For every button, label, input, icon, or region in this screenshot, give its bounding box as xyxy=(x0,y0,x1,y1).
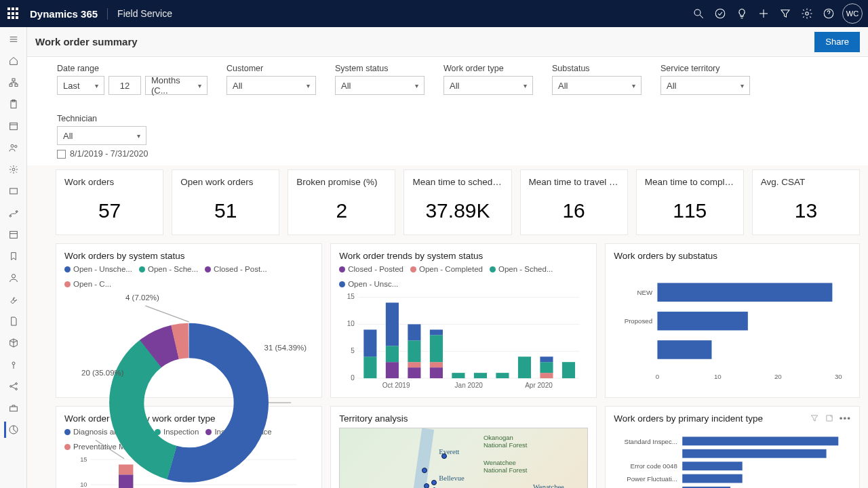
nav-route-icon[interactable] xyxy=(5,205,22,221)
filter-technician-dropdown[interactable]: All▾ xyxy=(57,126,146,145)
share-button[interactable]: Share xyxy=(814,32,860,52)
svg-rect-30 xyxy=(9,407,17,411)
kpi-card[interactable]: Open work orders51 xyxy=(172,169,279,235)
nav-gear-icon[interactable] xyxy=(5,161,22,178)
svg-point-25 xyxy=(12,274,15,278)
funnel-icon[interactable] xyxy=(774,0,796,27)
nav-sitemap-icon[interactable] xyxy=(5,75,22,91)
help-icon[interactable] xyxy=(818,0,840,27)
svg-text:Jan 2020: Jan 2020 xyxy=(455,382,484,389)
card-title: Work order trends by system status xyxy=(339,251,483,261)
kpi-card[interactable]: Mean time to travel (h...16 xyxy=(520,169,628,235)
svg-text:20: 20 xyxy=(774,373,782,380)
gear-icon[interactable] xyxy=(796,0,818,27)
left-nav xyxy=(0,27,27,488)
nav-clipboard-icon[interactable] xyxy=(5,96,22,113)
card-trends-by-status[interactable]: Work order trends by system status Close… xyxy=(330,243,597,398)
stacked-bar-chart: 051015Oct 2019Jan 2020Apr 2020 xyxy=(339,291,588,394)
nav-calendar-icon[interactable] xyxy=(5,118,22,134)
nav-bookmark-icon[interactable] xyxy=(5,248,22,264)
page-title: Work order summary xyxy=(35,36,138,47)
svg-rect-51 xyxy=(386,303,399,346)
daterange-unit-dropdown[interactable]: Months (C...▾ xyxy=(145,76,208,95)
svg-rect-71 xyxy=(658,283,833,302)
svg-point-18 xyxy=(14,145,16,147)
nav-toolbox-icon[interactable] xyxy=(5,400,22,416)
card-work-orders-by-incident[interactable]: Work orders by primary incident type •••… xyxy=(605,406,860,488)
svg-rect-59 xyxy=(430,329,443,335)
kpi-card[interactable]: Mean time to complet...115 xyxy=(636,169,744,235)
kpi-card[interactable]: Avg. CSAT13 xyxy=(752,169,860,235)
svg-rect-20 xyxy=(9,188,17,194)
svg-rect-12 xyxy=(15,84,18,86)
card-work-orders-by-status[interactable]: Work orders by system status Open - Unsc… xyxy=(56,243,322,398)
svg-rect-107 xyxy=(683,436,839,445)
card-title: Work orders by system status xyxy=(64,251,185,261)
nav-share-icon[interactable] xyxy=(5,378,22,394)
plus-icon[interactable] xyxy=(753,0,774,27)
svg-rect-15 xyxy=(9,123,17,129)
more-icon[interactable]: ••• xyxy=(840,413,851,424)
app-launcher-icon[interactable] xyxy=(5,5,22,22)
svg-rect-55 xyxy=(408,324,420,340)
svg-rect-75 xyxy=(658,340,712,359)
nav-people-icon[interactable] xyxy=(5,140,22,156)
svg-rect-11 xyxy=(9,84,12,86)
svg-text:30: 30 xyxy=(835,373,842,380)
nav-pin-icon[interactable] xyxy=(5,357,22,373)
nav-cube-icon[interactable] xyxy=(5,335,22,351)
svg-rect-57 xyxy=(430,362,443,367)
card-work-orders-by-substatus[interactable]: Work orders by substatus NEWProposed0102… xyxy=(605,243,860,398)
filter-label-customer: Customer xyxy=(226,64,316,73)
task-checkmark-icon[interactable] xyxy=(709,0,731,27)
filter-customer-dropdown[interactable]: All▾ xyxy=(226,76,316,95)
svg-rect-56 xyxy=(430,367,443,378)
svg-rect-110 xyxy=(683,462,743,470)
nav-wrench-icon[interactable] xyxy=(5,291,22,308)
svg-point-5 xyxy=(806,12,809,16)
nav-calendar2-icon[interactable] xyxy=(5,226,22,243)
nav-analytics-icon[interactable] xyxy=(4,422,20,438)
chart-legend: Open - Unsche... Open - Sche... Closed -… xyxy=(64,265,313,288)
daterange-value-input[interactable]: 12 xyxy=(108,76,141,95)
svg-text:10: 10 xyxy=(347,320,355,327)
svg-line-1 xyxy=(700,15,703,18)
funnel-icon[interactable] xyxy=(810,413,819,423)
svg-rect-58 xyxy=(430,335,443,362)
nav-person-icon[interactable] xyxy=(5,270,22,286)
kpi-card[interactable]: Broken promise (%)2 xyxy=(288,169,395,235)
filter-service-territory-dropdown[interactable]: All▾ xyxy=(660,76,750,95)
nav-box-icon[interactable] xyxy=(5,183,22,199)
nav-home-icon[interactable] xyxy=(5,53,22,69)
svg-point-29 xyxy=(15,388,17,390)
svg-rect-67 xyxy=(562,362,575,378)
svg-text:Oct 2019: Oct 2019 xyxy=(382,382,410,389)
svg-rect-49 xyxy=(386,362,399,378)
date-range-display: 8/1/2019 - 7/31/2020 xyxy=(27,148,868,165)
svg-rect-52 xyxy=(408,367,420,378)
card-title: Work orders by substatus xyxy=(614,251,717,261)
focus-icon[interactable] xyxy=(825,413,834,423)
kpi-card[interactable]: Mean time to schedul...37.89K xyxy=(403,169,511,235)
svg-point-26 xyxy=(12,362,15,365)
nav-document-icon[interactable] xyxy=(5,313,22,329)
svg-rect-60 xyxy=(452,373,465,378)
svg-rect-53 xyxy=(408,362,420,367)
kpi-card[interactable]: Work orders57 xyxy=(56,169,163,235)
filter-bar: Date range Last▾ 12 Months (C...▾ Custom… xyxy=(27,57,868,148)
filter-substatus-dropdown[interactable]: All▾ xyxy=(552,76,642,95)
filter-label-technician: Technician xyxy=(57,114,146,123)
territory-map[interactable]: Everett Bellevue Seattle Tacoma Wenatche… xyxy=(339,428,588,488)
nav-hamburger-icon[interactable] xyxy=(5,31,22,47)
search-icon[interactable] xyxy=(688,0,709,27)
filter-work-order-type-dropdown[interactable]: All▾ xyxy=(443,76,533,95)
filter-system-status-dropdown[interactable]: All▾ xyxy=(335,76,425,95)
user-avatar[interactable]: WC xyxy=(842,3,863,24)
kpi-row: Work orders57 Open work orders51 Broken … xyxy=(56,169,860,235)
card-territory-analysis[interactable]: Territory analysis Everett Bellevue Seat… xyxy=(330,406,597,488)
card-title: Territory analysis xyxy=(339,413,408,424)
daterange-mode-dropdown[interactable]: Last▾ xyxy=(57,76,104,95)
horizontal-bar-chart: NEWProposed0102030 xyxy=(614,265,851,394)
svg-rect-109 xyxy=(683,449,827,458)
lightbulb-icon[interactable] xyxy=(731,0,753,27)
